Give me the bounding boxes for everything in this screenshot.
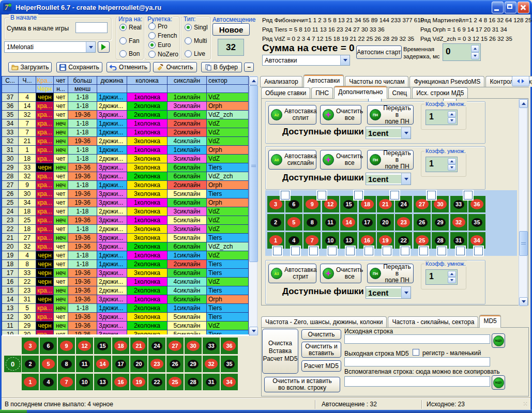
board-cell-5[interactable]: 5 xyxy=(285,214,302,231)
chips-combo[interactable]: 1cent xyxy=(366,127,411,139)
board-cell-1[interactable]: 1 xyxy=(22,374,39,390)
street-checkbox-2[interactable] xyxy=(291,247,300,255)
board-cell-33[interactable]: 33 xyxy=(203,338,220,354)
board-cell-30[interactable]: 30 xyxy=(185,338,202,354)
md5-multi-button[interactable]: ОчисткаВставкаРасчет MD5 xyxy=(262,329,298,374)
radio-option-french[interactable]: French xyxy=(148,32,177,39)
board-cell-31[interactable]: 31 xyxy=(203,374,220,390)
transfer-to-pn-button[interactable]: ПН Передать вполе ПН xyxy=(367,105,414,125)
tab-scroll-left-icon[interactable] xyxy=(517,79,520,83)
multiplier-spinner[interactable]: 1 xyxy=(425,157,458,172)
load-button[interactable]: Загрузить xyxy=(8,62,52,72)
street-checkbox-3[interactable] xyxy=(309,247,318,255)
radio-option-bon[interactable]: Bon xyxy=(119,50,140,57)
table-row[interactable]: 188чернчет1-181дюжи...2колонка2сиклайнTi… xyxy=(2,260,249,269)
board-cell-21[interactable]: 21 xyxy=(130,338,147,354)
table-row[interactable]: 1030кра...чет19-363дюжи...3колонка5сикла… xyxy=(2,330,249,334)
resize-grip[interactable]: ⁙ xyxy=(523,401,528,408)
spin-up-icon[interactable] xyxy=(448,111,456,117)
panel-scrollbar-thumb[interactable] xyxy=(519,231,528,256)
board-cell-27[interactable]: 27 xyxy=(166,338,184,354)
board-cell-20[interactable]: 20 xyxy=(377,214,394,231)
board-cell-26[interactable]: 26 xyxy=(414,214,431,231)
sixline-checkbox-6[interactable] xyxy=(464,191,473,200)
board-cell-32[interactable]: 32 xyxy=(450,214,467,231)
multiplier-spinner[interactable]: 1 xyxy=(425,269,458,285)
minimize-button[interactable] xyxy=(492,2,504,13)
autospin-start-button[interactable]: Автоспин старт xyxy=(356,45,402,59)
street-checkbox-1[interactable] xyxy=(273,247,282,255)
table-row[interactable]: 2630кра...чет19-363дюжи...3колонка5сикла… xyxy=(2,190,249,198)
street-checkbox-9[interactable] xyxy=(419,247,428,255)
board-cell-13[interactable]: 13 xyxy=(94,374,111,390)
board-cell-28[interactable]: 28 xyxy=(185,374,202,390)
table-row[interactable]: 2418кра...чет1-182дюжи...3колонка3сиклай… xyxy=(2,207,249,216)
md5-clear-paste-aux-button[interactable]: Очистить и вставитьво вспом. строку xyxy=(264,377,340,392)
table-row[interactable]: 3018кра...чет1-182дюжи...3колонка3сиклай… xyxy=(2,155,249,163)
md5-clear-button[interactable]: Очистить xyxy=(301,329,341,340)
scroll-up-icon[interactable] xyxy=(249,77,258,85)
table-row[interactable]: 2534кра...чет19-363дюжи...1колонка6сикла… xyxy=(2,198,249,207)
board-cell-2[interactable]: 2 xyxy=(267,214,284,231)
board-cell-35[interactable]: 35 xyxy=(221,356,238,372)
street-checkbox-4[interactable] xyxy=(328,247,337,255)
spin-down-icon[interactable] xyxy=(448,277,456,283)
tab-freq-2[interactable]: Частота - сиклайны, сектора xyxy=(388,316,478,327)
board-cell-34[interactable]: 34 xyxy=(221,374,238,390)
md5-source-input[interactable] xyxy=(344,334,490,344)
tab-sub-1[interactable]: Общие ставки xyxy=(261,87,310,98)
street-checkbox-11[interactable] xyxy=(456,247,465,255)
table-row[interactable]: 2032кра...чет19-363дюжи...2колонка6сикла… xyxy=(2,242,249,251)
table-row[interactable]: 1129черннеч19-363дюжи...2колонка5сиклайн… xyxy=(2,322,249,330)
board-cell-32[interactable]: 32 xyxy=(203,356,220,372)
spin-down-icon[interactable] xyxy=(448,164,456,171)
board-cell-17[interactable]: 17 xyxy=(112,356,129,372)
table-row[interactable]: 3221кра...неч19-362дюжи...3колонка4сикла… xyxy=(2,137,249,146)
register-checkbox[interactable] xyxy=(413,349,419,356)
md5-clear-paste-button[interactable]: Очистить ивставить xyxy=(301,342,341,358)
table-row[interactable]: 1622чернчет19-362дюжи...1колонка4сиклайн… xyxy=(2,278,249,286)
board-cell-10[interactable]: 10 xyxy=(76,374,93,390)
radio-option-euro[interactable]: Euro xyxy=(148,41,171,49)
board-cell-8[interactable]: 8 xyxy=(303,214,321,231)
radio-option-pro[interactable]: Pro xyxy=(148,23,168,30)
table-row[interactable]: 2325кра...неч19-363дюжи...1колонка5сикла… xyxy=(2,216,249,225)
md5-out-input[interactable] xyxy=(344,357,490,366)
autobet-sixline-button[interactable]: A6 Автоставкасикслайн xyxy=(268,150,316,170)
table-row[interactable]: 1733черннеч19-363дюжи...3колонка6сиклайн… xyxy=(2,269,249,278)
clear-all-button[interactable]: Очиститьвсе xyxy=(320,264,361,283)
radio-option-singl[interactable]: Singl xyxy=(185,24,208,31)
board-cell-23[interactable]: 23 xyxy=(395,214,412,231)
spin-up-icon[interactable] xyxy=(448,158,456,164)
board-cell-9[interactable]: 9 xyxy=(58,338,75,354)
spin-down-icon[interactable] xyxy=(448,117,456,124)
save-button[interactable]: Сохранить xyxy=(56,62,102,72)
board-cell-36[interactable]: 36 xyxy=(221,338,238,354)
board-cell-35[interactable]: 35 xyxy=(468,214,485,231)
board-cell-3[interactable]: 3 xyxy=(22,338,39,354)
autobet-street-button[interactable]: A3 Автоставкастрит xyxy=(268,264,316,283)
board-cell-25[interactable]: 25 xyxy=(166,374,184,390)
tab-scroll-right-icon[interactable] xyxy=(522,79,524,83)
table-row[interactable]: 1523кра...неч19-362дюжи...2колонка4сикла… xyxy=(2,286,249,295)
to-buffer-button[interactable]: В буфер xyxy=(201,62,242,72)
table-row[interactable]: 194чернчет1-181дюжи...1колонка1сиклайнVd… xyxy=(2,251,249,260)
title-bar[interactable]: 7 HelperRoullet 6.7 - create helperroull… xyxy=(0,0,532,14)
tab-main-3[interactable]: Частоты по числам xyxy=(345,76,408,87)
street-checkbox-10[interactable] xyxy=(437,247,446,255)
board-cell-29[interactable]: 29 xyxy=(432,214,449,231)
panel-scrollbar[interactable] xyxy=(519,99,527,305)
radio-option-real[interactable]: Real xyxy=(119,24,142,31)
spin-down-icon[interactable] xyxy=(471,52,479,59)
md5-badge-icon[interactable]: МД5 xyxy=(492,375,505,390)
board-cell-12[interactable]: 12 xyxy=(76,338,93,354)
table-row[interactable]: 2832кра...чет19-363дюжи...2колонка6сикла… xyxy=(2,172,249,181)
board-cell-14[interactable]: 14 xyxy=(340,214,357,231)
tab-sub-4[interactable]: Спец xyxy=(388,87,412,98)
board-cell-24[interactable]: 24 xyxy=(148,338,165,354)
table-row[interactable]: 2933черннеч19-363дюжи...3колонка6сиклайн… xyxy=(2,163,249,172)
maximize-button[interactable] xyxy=(505,2,516,13)
radio-option-fan[interactable]: Fan xyxy=(119,37,140,44)
radio-option-live[interactable]: Live xyxy=(185,50,205,57)
table-scrollbar-thumb[interactable] xyxy=(249,85,258,262)
